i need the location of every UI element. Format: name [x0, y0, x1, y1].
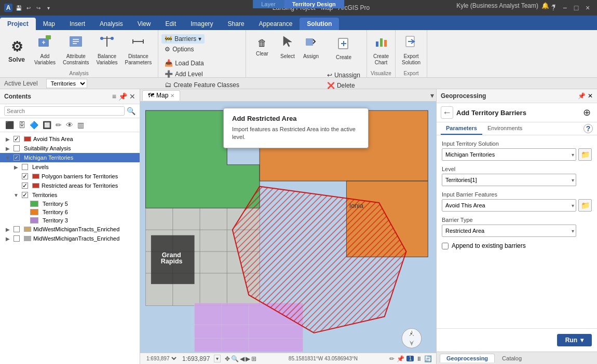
layer-midwest-enriched-2[interactable]: ▶ MidWestMichiganTracts_Enriched [0, 234, 140, 243]
bottom-tab-geoprocessing[interactable]: Geoprocessing [440, 354, 495, 362]
geo-back-button[interactable]: ← [441, 106, 453, 119]
data-source-icon[interactable]: 🗄 [17, 120, 26, 130]
pencil-icon[interactable]: ✏ [55, 120, 63, 130]
minimize-button[interactable]: − [560, 3, 570, 13]
dock-pin-icon[interactable]: 📌 [118, 92, 127, 101]
filter-layers-icon[interactable]: 🔲 [42, 120, 52, 130]
select-button[interactable]: Select [277, 32, 298, 69]
create-chart-button[interactable]: CreateChart [370, 32, 392, 69]
layer-territories-group[interactable]: ▼ ✓ Territories [0, 190, 140, 200]
distance-parameters-button[interactable]: DistanceParameters [122, 32, 155, 69]
geo-tab-parameters[interactable]: Parameters [441, 122, 482, 135]
nav-pan-icon[interactable]: ✥ [225, 355, 230, 362]
notification-icon[interactable]: 🔔 [541, 2, 549, 9]
checkbox-territories[interactable]: ✓ [22, 192, 30, 198]
tab-share[interactable]: Share [221, 18, 252, 30]
clear-button[interactable]: 🗑 Clear [249, 34, 275, 60]
context-tab-layer[interactable]: Layer [253, 0, 284, 8]
selection-icon[interactable]: ▥ [76, 120, 85, 130]
pause-icon[interactable]: ⏸ [416, 355, 422, 362]
layer-territory-5[interactable]: Territory 5 [0, 200, 140, 208]
select-icon[interactable]: 📌 [397, 355, 404, 362]
assign-button[interactable]: Assign [300, 32, 322, 69]
options-button[interactable]: ⚙ Options [161, 45, 197, 54]
checkbox-avoid[interactable]: ✓ [13, 136, 22, 142]
create-feature-classes-button[interactable]: 🗂 Create Feature Classes [161, 80, 242, 90]
layer-restricted-areas[interactable]: ✓ Restricted areas for Territories [0, 181, 140, 190]
edit-icon[interactable]: ✏ [389, 355, 395, 362]
expand-icon[interactable]: ▾ [552, 2, 555, 9]
append-checkbox[interactable] [442, 243, 449, 249]
layer-suitability[interactable]: ▶ Suitability Analysis [0, 144, 140, 153]
attribute-constraints-button[interactable]: AttributeConstraints [60, 32, 92, 69]
layer-polygon-barriers[interactable]: ✓ Polygon barriers for Territories [0, 172, 140, 181]
nav-forward-icon[interactable]: ▶ [246, 355, 250, 362]
layer-territory-3[interactable]: Territory 3 [0, 216, 140, 225]
run-button[interactable]: Run ▾ [557, 334, 592, 346]
nav-back-icon[interactable]: ◀ [240, 355, 245, 362]
map-tab[interactable]: 🗺 Map ✕ [142, 90, 180, 101]
search-button[interactable]: 🔍 [127, 107, 135, 115]
close-panel-icon[interactable]: ✕ [129, 92, 135, 101]
layer-levels[interactable]: ▶ Levels [0, 162, 140, 172]
refresh-icon[interactable]: 🔄 [424, 355, 432, 362]
context-tab-territory[interactable]: Territory Design [284, 0, 344, 8]
input-barrier-folder-btn[interactable]: 📁 [578, 199, 592, 212]
undo-icon[interactable]: ↩ [24, 4, 33, 12]
checkbox-michigan[interactable]: ✓ [13, 155, 22, 161]
checkbox-suitability[interactable] [13, 145, 22, 151]
geo-close-icon[interactable]: ✕ [588, 92, 593, 100]
geo-add-button[interactable]: ⊕ [580, 106, 593, 119]
load-data-button[interactable]: 📥 Load Data [161, 58, 207, 68]
tab-solution[interactable]: Solution [300, 18, 339, 30]
add-level-button[interactable]: ➕ Add Level [161, 69, 206, 79]
solve-button[interactable]: ⚙ Solve [3, 32, 30, 69]
layer-midwest-enriched-1[interactable]: ▶ MidWestMichiganTracts_Enriched [0, 225, 140, 234]
map-canvas[interactable]: Grand Rapids Ionia [140, 102, 436, 353]
level-select[interactable]: Territories [46, 79, 87, 88]
expand-levels-icon[interactable]: ▶ [12, 163, 20, 171]
close-button[interactable]: × [582, 3, 593, 13]
more-icon[interactable]: ▾ [44, 4, 52, 12]
maximize-button[interactable]: □ [571, 3, 581, 13]
tab-imagery[interactable]: Imagery [183, 18, 220, 30]
tab-view[interactable]: View [130, 18, 158, 30]
geo-help-icon[interactable]: ? [584, 124, 593, 133]
create-button[interactable]: Create [324, 34, 363, 69]
active-level-selector[interactable]: Territories [46, 79, 87, 88]
layer-territory-6[interactable]: Territory 6 [0, 208, 140, 216]
add-variables-button[interactable]: + AddVariables [31, 32, 59, 69]
tab-insert[interactable]: Insert [62, 18, 92, 30]
checkbox-levels[interactable] [22, 164, 30, 170]
checkbox-restricted[interactable]: ✓ [22, 183, 30, 189]
checkbox-polygon[interactable]: ✓ [22, 173, 30, 179]
tab-appearance[interactable]: Appearance [252, 18, 300, 30]
tab-project[interactable]: Project [0, 18, 36, 30]
balance-variables-button[interactable]: BalanceVariables [93, 32, 121, 69]
expand-midwest2-icon[interactable]: ▶ [4, 235, 11, 242]
map-close-icon[interactable]: ✕ [170, 93, 174, 99]
bottom-tab-catalog[interactable]: Catalog [496, 354, 528, 362]
level-select[interactable]: Territories[1] [442, 174, 576, 186]
expand-avoid-icon[interactable]: ▶ [4, 135, 11, 143]
checkbox-midwest2[interactable] [13, 235, 22, 242]
tab-map[interactable]: Map [36, 18, 62, 30]
expand-michigan-icon[interactable]: ▼ [4, 154, 11, 161]
layer-type-icon[interactable]: 🔷 [29, 120, 39, 130]
search-input[interactable] [4, 106, 125, 116]
expand-suitability-icon[interactable]: ▶ [4, 145, 11, 152]
input-barrier-select[interactable]: Avoid This Area [442, 199, 576, 212]
barrier-type-select[interactable]: Restricted Area [442, 225, 576, 237]
list-by-source-icon[interactable]: ≡ [112, 92, 116, 101]
visible-icon[interactable]: 👁 [65, 120, 74, 130]
expand-territories-icon[interactable]: ▼ [12, 191, 20, 199]
export-solution-button[interactable]: ExportSolution [399, 32, 424, 69]
scale-btn[interactable]: ▾ [214, 355, 221, 362]
layer-avoid-this-area[interactable]: ▶ ✓ Avoid This Area [0, 134, 140, 144]
save-icon[interactable]: 💾 [15, 4, 23, 12]
input-solution-folder-btn[interactable]: 📁 [578, 148, 592, 161]
nav-full-extent-icon[interactable]: ⊞ [251, 355, 256, 362]
map-options-icon[interactable]: ▾ [430, 91, 434, 100]
redo-icon[interactable]: ↪ [34, 4, 43, 12]
tab-analysis[interactable]: Analysis [92, 18, 130, 30]
